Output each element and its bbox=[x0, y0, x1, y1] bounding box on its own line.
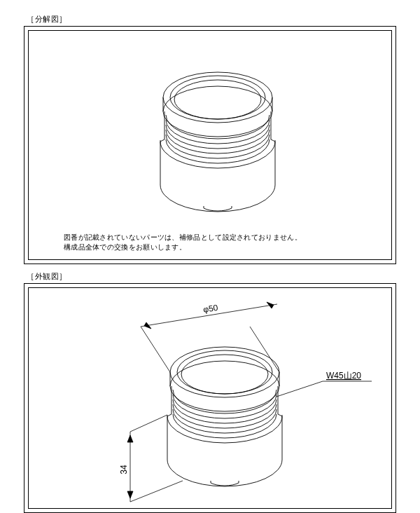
svg-point-1 bbox=[170, 76, 265, 119]
section-title-external: ［外観図］ bbox=[27, 271, 409, 282]
note-line1: 図番が記載されていないパーツは、補修品として設定されておりません。 bbox=[64, 233, 302, 241]
svg-point-5 bbox=[177, 350, 272, 394]
frame-exploded: 図番が記載されていないパーツは、補修品として設定されておりません。 構成品全体で… bbox=[24, 26, 396, 264]
frame-inner-exploded: 図番が記載されていないパーツは、補修品として設定されておりません。 構成品全体で… bbox=[28, 30, 392, 260]
drawing-external: φ50 W45山20 34 bbox=[29, 288, 392, 509]
svg-point-6 bbox=[181, 355, 268, 394]
svg-point-3 bbox=[163, 86, 272, 137]
dim-height-label: 34 bbox=[119, 465, 129, 474]
frame-inner-external: φ50 W45山20 34 bbox=[28, 287, 392, 509]
note-line2: 構成品全体での交換をお願いします。 bbox=[64, 243, 186, 251]
svg-point-7 bbox=[170, 361, 279, 411]
svg-point-2 bbox=[174, 80, 261, 119]
section-title-exploded: ［分解図］ bbox=[27, 14, 409, 25]
dim-thread-label: W45山20 bbox=[326, 371, 361, 381]
drawing-exploded bbox=[29, 31, 392, 241]
dim-diameter-label: φ50 bbox=[202, 303, 218, 315]
exploded-note: 図番が記載されていないパーツは、補修品として設定されておりません。 構成品全体で… bbox=[64, 233, 302, 252]
frame-external: φ50 W45山20 34 bbox=[24, 283, 396, 513]
